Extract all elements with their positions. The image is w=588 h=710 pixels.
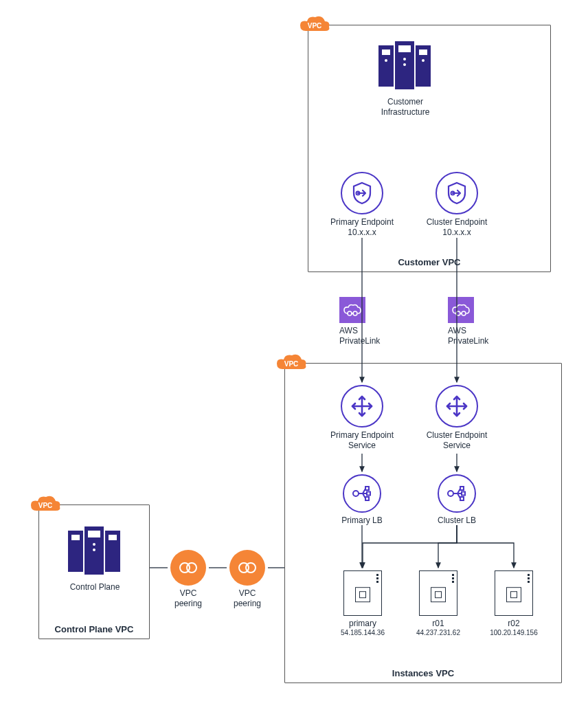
- server-icon: [343, 570, 382, 616]
- svg-rect-5: [382, 49, 390, 55]
- cluster-endpoint-service: Cluster EndpointService: [418, 385, 496, 451]
- peering-left-label: VPCpeering: [168, 588, 209, 609]
- svg-point-8: [403, 63, 406, 66]
- svg-rect-6: [419, 49, 427, 55]
- cluster-lb-label: Cluster LB: [429, 515, 485, 526]
- vpc-badge-icon: VPC: [30, 496, 61, 516]
- privatelink-left-label: AWSPrivateLink: [339, 326, 387, 346]
- svg-point-34: [246, 563, 256, 573]
- cluster-lb: Cluster LB: [429, 474, 485, 526]
- vpc-badge-icon: VPC: [299, 16, 330, 36]
- privatelink-icon: [448, 297, 474, 323]
- svg-point-29: [93, 543, 95, 546]
- route-icon: [436, 385, 478, 428]
- customer-infra-label: CustomerInfrastructure: [370, 97, 441, 118]
- svg-rect-16: [367, 492, 370, 496]
- server-icon: [419, 570, 457, 616]
- servers-icon: [378, 41, 432, 92]
- svg-text:VPC: VPC: [38, 502, 53, 509]
- instance-ip: 54.185.144.36: [328, 629, 397, 636]
- shield-endpoint-icon: [436, 172, 478, 214]
- vpc-peering-left: VPCpeering: [168, 550, 209, 609]
- primary-eps-label: Primary EndpointService: [323, 430, 401, 451]
- vpc-badge-icon: VPC: [275, 354, 307, 375]
- vpc-peering-right: VPCpeering: [227, 550, 268, 609]
- svg-point-14: [353, 491, 359, 496]
- svg-rect-26: [88, 531, 100, 537]
- aws-privatelink-left: AWSPrivateLink: [339, 297, 387, 346]
- cluster-eps-label: Cluster EndpointService: [418, 430, 496, 451]
- instance-primary: primary 54.185.144.36: [328, 570, 397, 636]
- servers-icon: [68, 526, 122, 577]
- instance-name: r01: [404, 619, 473, 629]
- primary-endpoint-service: Primary EndpointService: [323, 385, 401, 451]
- svg-rect-15: [365, 487, 369, 490]
- instance-r02: r02 100.20.149.156: [479, 570, 548, 636]
- peering-right-label: VPCpeering: [227, 588, 268, 609]
- svg-rect-28: [109, 535, 117, 540]
- svg-rect-21: [460, 497, 464, 500]
- control-plane: Control Plane: [59, 526, 131, 592]
- server-icon: [495, 570, 533, 616]
- cluster-endpoint: Cluster Endpoint10.x.x.x: [419, 172, 495, 238]
- privatelink-icon: [339, 297, 365, 323]
- primary-endpoint: Primary Endpoint10.x.x.x: [324, 172, 400, 238]
- svg-rect-19: [460, 487, 464, 490]
- svg-text:VPC: VPC: [284, 360, 299, 368]
- aws-privatelink-right: AWSPrivateLink: [448, 297, 496, 346]
- svg-point-18: [448, 491, 453, 496]
- privatelink-right-label: AWSPrivateLink: [448, 326, 496, 346]
- instances-vpc-title: Instances VPC: [285, 668, 561, 678]
- svg-point-32: [187, 563, 196, 573]
- shield-endpoint-icon: [341, 172, 383, 214]
- cluster-endpoint-label: Cluster Endpoint10.x.x.x: [419, 217, 495, 238]
- route-icon: [341, 385, 383, 428]
- svg-point-7: [403, 58, 406, 60]
- svg-point-30: [93, 548, 95, 551]
- instance-name: r02: [479, 619, 548, 629]
- svg-rect-17: [365, 497, 369, 500]
- svg-point-10: [422, 59, 425, 62]
- instance-ip: 100.20.149.156: [479, 629, 548, 636]
- load-balancer-icon: [438, 474, 476, 513]
- svg-rect-20: [462, 492, 465, 496]
- instance-name: primary: [328, 619, 397, 629]
- primary-endpoint-label: Primary Endpoint10.x.x.x: [324, 217, 400, 238]
- instance-ip: 44.237.231.62: [404, 629, 473, 636]
- svg-rect-4: [398, 45, 411, 52]
- svg-text:VPC: VPC: [308, 22, 322, 30]
- svg-rect-27: [71, 535, 80, 540]
- peering-icon: [229, 550, 265, 586]
- svg-point-9: [385, 59, 387, 62]
- customer-infrastructure: CustomerInfrastructure: [370, 41, 441, 118]
- instance-r01: r01 44.237.231.62: [404, 570, 473, 636]
- primary-lb: Primary LB: [334, 474, 390, 526]
- primary-lb-label: Primary LB: [334, 515, 390, 526]
- architecture-diagram: VPC Customer VPC CustomerInfrastructure: [0, 0, 588, 710]
- control-vpc-title: Control Plane VPC: [39, 624, 149, 634]
- control-plane-label: Control Plane: [59, 582, 131, 592]
- customer-vpc-title: Customer VPC: [308, 257, 550, 267]
- load-balancer-icon: [343, 474, 381, 513]
- peering-icon: [170, 550, 206, 586]
